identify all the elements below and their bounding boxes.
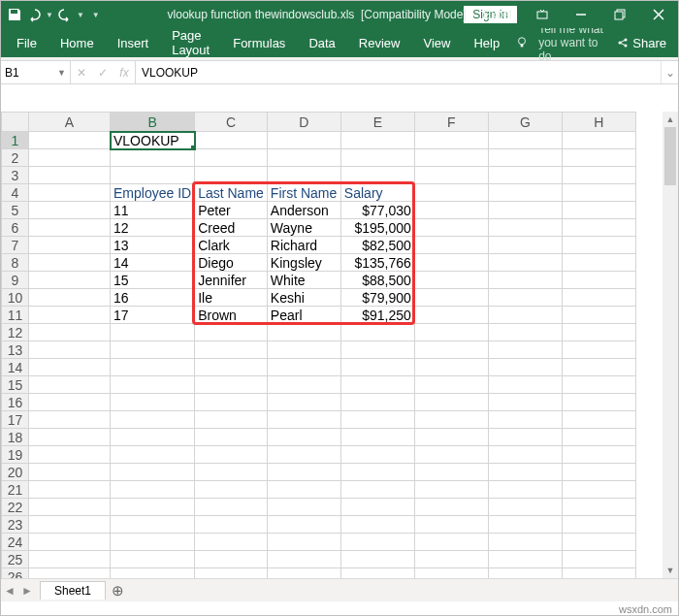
cell-D7[interactable]: Richard [267,237,340,254]
cell-B21[interactable] [111,481,195,499]
cell-F3[interactable] [414,167,488,184]
save-icon[interactable] [7,7,22,22]
tab-nav-prev-icon[interactable]: ◄ [1,584,18,598]
cell-F15[interactable] [414,376,488,394]
cell-C2[interactable] [195,149,268,167]
cell-C8[interactable]: Diego [195,254,268,272]
cell-H7[interactable] [562,237,635,254]
cell-F21[interactable] [414,481,488,499]
cell-E16[interactable] [340,394,414,411]
close-button[interactable] [639,1,678,28]
cell-B12[interactable] [111,324,195,341]
cell-H3[interactable] [562,167,635,184]
row-header-22[interactable]: 22 [2,499,29,516]
formula-bar[interactable]: VLOOKUP [136,61,661,83]
tab-formulas[interactable]: Formulas [221,30,297,56]
cell-D17[interactable] [267,411,340,429]
tell-me-input[interactable]: Tell me what you want to do [533,22,609,63]
cell-D9[interactable]: White [267,272,340,289]
cell-A9[interactable] [29,272,111,289]
cell-A20[interactable] [29,464,111,481]
row-header-23[interactable]: 23 [2,516,29,534]
cell-C13[interactable] [195,341,268,359]
formula-bar-expand-icon[interactable]: ⌄ [661,61,678,83]
cell-A11[interactable] [29,307,111,324]
undo-dropdown-icon[interactable]: ▼ [46,11,53,19]
cell-A1[interactable] [29,132,111,149]
cell-A15[interactable] [29,376,111,394]
cell-E22[interactable] [340,499,414,516]
cell-D22[interactable] [267,499,340,516]
cell-A13[interactable] [29,341,111,359]
cell-A16[interactable] [29,394,111,411]
cancel-formula-icon[interactable]: ✕ [71,66,92,80]
cell-G22[interactable] [488,499,562,516]
cell-F17[interactable] [414,411,488,429]
row-header-24[interactable]: 24 [2,534,29,551]
cell-H16[interactable] [562,394,635,411]
cell-A3[interactable] [29,167,111,184]
cell-H13[interactable] [562,341,635,359]
cell-C24[interactable] [195,534,268,551]
cell-F4[interactable] [414,184,488,202]
cell-A18[interactable] [29,429,111,446]
cell-C20[interactable] [195,464,268,481]
cell-B7[interactable]: 13 [111,237,195,254]
cell-H9[interactable] [562,272,635,289]
qat-customize-icon[interactable]: ▼ [92,11,100,19]
cell-A4[interactable] [29,184,111,202]
cell-E4[interactable]: Salary [340,184,414,202]
cell-G21[interactable] [488,481,562,499]
cell-G6[interactable] [488,219,562,237]
cell-G1[interactable] [488,132,562,149]
cell-H11[interactable] [562,307,635,324]
column-header-A[interactable]: A [29,113,111,132]
undo-icon[interactable] [26,7,42,22]
column-header-B[interactable]: B [111,113,195,132]
cell-F1[interactable] [414,132,488,149]
cell-F8[interactable] [414,254,488,272]
cell-F5[interactable] [414,202,488,219]
cell-F14[interactable] [414,359,488,376]
cell-D13[interactable] [267,341,340,359]
cell-D1[interactable] [267,132,340,149]
cell-D12[interactable] [267,324,340,341]
enter-formula-icon[interactable]: ✓ [92,66,113,80]
cell-C6[interactable]: Creed [195,219,268,237]
scroll-down-icon[interactable]: ▼ [663,563,678,578]
redo-icon[interactable] [57,7,73,22]
cell-G5[interactable] [488,202,562,219]
cell-D15[interactable] [267,376,340,394]
cell-C15[interactable] [195,376,268,394]
column-header-C[interactable]: C [195,113,268,132]
cell-D3[interactable] [267,167,340,184]
row-header-9[interactable]: 9 [2,272,29,289]
cell-B11[interactable]: 17 [111,307,195,324]
cell-A5[interactable] [29,202,111,219]
cell-D18[interactable] [267,429,340,446]
row-header-11[interactable]: 11 [2,307,29,324]
cell-D10[interactable]: Keshi [267,289,340,307]
cell-E13[interactable] [340,341,414,359]
cell-B13[interactable] [111,341,195,359]
tab-review[interactable]: Review [347,30,412,56]
cell-H23[interactable] [562,516,635,534]
cell-G17[interactable] [488,411,562,429]
insert-function-icon[interactable]: fx [113,66,135,80]
row-header-1[interactable]: 1 [2,132,29,149]
cell-C5[interactable]: Peter [195,202,268,219]
cell-E9[interactable]: $88,500 [340,272,414,289]
cell-G16[interactable] [488,394,562,411]
row-header-13[interactable]: 13 [2,341,29,359]
cell-H25[interactable] [562,551,635,568]
share-button[interactable]: Share [609,36,674,50]
cell-A8[interactable] [29,254,111,272]
cell-G25[interactable] [488,551,562,568]
column-header-H[interactable]: H [562,113,635,132]
cell-B19[interactable] [111,446,195,464]
cell-F20[interactable] [414,464,488,481]
cell-H10[interactable] [562,289,635,307]
cell-E5[interactable]: $77,030 [340,202,414,219]
row-header-10[interactable]: 10 [2,289,29,307]
cell-F13[interactable] [414,341,488,359]
